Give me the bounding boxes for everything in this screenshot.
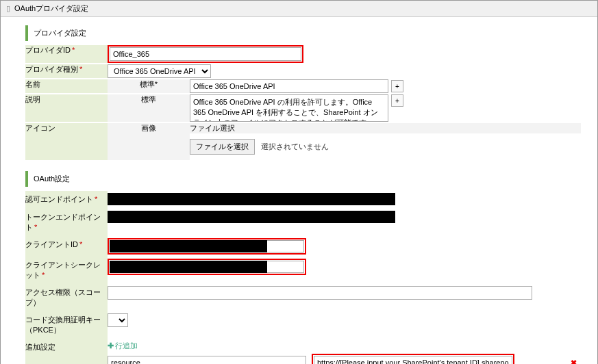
provider-type-select[interactable]: Office 365 OneDrive API — [108, 64, 211, 78]
icon-label: アイコン — [25, 123, 108, 160]
description-label: 説明 — [25, 94, 108, 122]
oauth-form: 認可エンドポイント* トークンエンドポイント* クライアントID* — [25, 191, 581, 364]
provider-section-header: プロバイダ設定 — [25, 25, 581, 41]
description-textarea[interactable] — [190, 94, 388, 122]
advanced-label: 追加設定 — [25, 339, 108, 364]
scope-input[interactable] — [108, 286, 532, 300]
provider-type-label: プロバイダ種別* — [25, 64, 108, 78]
name-add-locale-button[interactable]: + — [391, 80, 403, 92]
client-id-label: クライアントID* — [25, 236, 108, 257]
pkce-label: コード交換用証明キー（PKCE） — [25, 311, 108, 339]
scope-label: アクセス権限（スコープ） — [25, 284, 108, 311]
name-input[interactable] — [190, 79, 388, 93]
name-locale-label: 標準* — [108, 79, 190, 93]
description-locale-label: 標準 — [108, 94, 190, 122]
provider-form: プロバイダID* プロバイダ種別* Office 365 OneDrive AP… — [25, 45, 581, 160]
client-secret-label: クライアントシークレット* — [25, 257, 108, 284]
provider-id-label: プロバイダID* — [25, 45, 108, 63]
title-bar: ▯ OAuthプロバイダ設定 — [1, 1, 597, 17]
token-endpoint-input[interactable] — [108, 211, 395, 223]
auth-endpoint-input[interactable] — [108, 193, 395, 205]
window: ▯ OAuthプロバイダ設定 プロバイダ設定 プロバイダID* プロバイダ種別* — [0, 0, 598, 364]
provider-id-input[interactable] — [110, 47, 301, 61]
description-add-locale-button[interactable]: + — [391, 94, 403, 107]
oauth-section-header: OAuth設定 — [25, 171, 581, 187]
client-id-input[interactable] — [110, 240, 267, 252]
icon-image-label: 画像 — [108, 123, 190, 160]
client-secret-input[interactable] — [110, 261, 267, 273]
content-area: プロバイダ設定 プロバイダID* プロバイダ種別* — [1, 17, 597, 364]
advanced-value-input[interactable] — [314, 356, 512, 364]
icon-file-header: ファイル選択 — [190, 123, 581, 133]
auth-endpoint-label: 認可エンドポイント* — [25, 191, 108, 209]
pkce-select[interactable] — [108, 313, 128, 327]
delete-row-icon[interactable]: ✖ — [566, 359, 581, 365]
name-label: 名前 — [25, 79, 108, 93]
window-icon: ▯ — [6, 4, 10, 13]
advanced-row: ✖ — [108, 354, 581, 364]
icon-file-button[interactable]: ファイルを選択 — [190, 139, 255, 155]
advanced-key-input[interactable] — [108, 356, 306, 364]
add-row-button[interactable]: ✚ 行追加 — [108, 341, 138, 351]
token-endpoint-label: トークンエンドポイント* — [25, 209, 108, 236]
plus-icon: ✚ — [108, 341, 114, 350]
window-title: OAuthプロバイダ設定 — [14, 3, 88, 14]
icon-file-status: 選択されていません — [261, 142, 329, 151]
